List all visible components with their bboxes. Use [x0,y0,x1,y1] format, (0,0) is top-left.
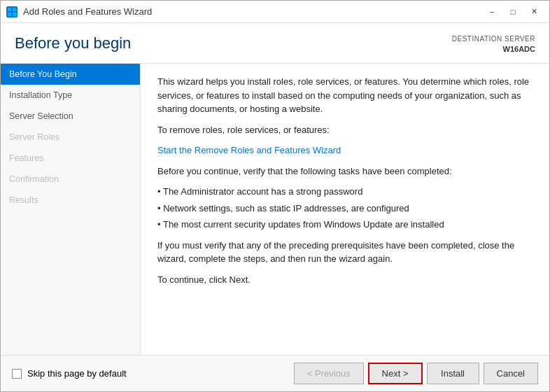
header-section: Before you begin DESTINATION SERVER W16A… [1,23,549,64]
sidebar-item-installation-type[interactable]: Installation Type [1,85,140,106]
page-title: Before you begin [15,34,131,52]
app-icon [6,6,17,18]
sidebar-item-results: Results [1,190,140,211]
sidebar-item-before-you-begin[interactable]: Before You Begin [1,64,140,85]
svg-rect-2 [8,13,11,16]
maximize-button[interactable]: □ [503,5,523,19]
next-button[interactable]: Next > [368,363,423,384]
svg-rect-1 [13,8,16,11]
prerequisite-item-2: Network settings, such as static IP addr… [157,202,533,216]
remove-roles-link[interactable]: Start the Remove Roles and Features Wiza… [157,145,341,155]
svg-rect-0 [8,8,11,11]
sidebar-item-server-roles: Server Roles [1,127,140,148]
intro-text: This wizard helps you install roles, rol… [157,75,533,116]
title-bar-text: Add Roles and Features Wizard [23,6,482,17]
skip-page-checkbox[interactable] [12,369,22,379]
verify-label: Before you continue, verify that the fol… [157,164,533,178]
footer-buttons: < Previous Next > Install Cancel [294,363,538,384]
sidebar-item-confirmation: Confirmation [1,169,140,190]
close-note: If you must verify that any of the prece… [157,239,533,266]
remove-label: To remove roles, role services, or featu… [157,123,533,137]
destination-name: W16ADC [452,44,535,55]
prerequisite-item-1: The Administrator account has a strong p… [157,185,533,199]
prerequisite-item-3: The most current security updates from W… [157,218,533,232]
install-button[interactable]: Install [427,363,479,384]
title-bar: Add Roles and Features Wizard − □ ✕ [1,1,549,23]
footer-left: Skip this page by default [12,368,127,379]
main-content-area: This wizard helps you install roles, rol… [141,64,549,355]
main-window: Add Roles and Features Wizard − □ ✕ Befo… [0,0,550,392]
skip-page-label: Skip this page by default [27,368,127,379]
sidebar-item-features: Features [1,148,140,169]
close-button[interactable]: ✕ [524,5,544,19]
footer: Skip this page by default < Previous Nex… [1,355,549,391]
previous-button[interactable]: < Previous [294,363,364,384]
content-area: Before You Begin Installation Type Serve… [1,64,549,355]
minimize-button[interactable]: − [482,5,502,19]
window-controls: − □ ✕ [482,5,544,19]
continue-note: To continue, click Next. [157,273,533,287]
prerequisites-list: The Administrator account has a strong p… [157,185,533,232]
destination-label: DESTINATION SERVER [452,34,535,44]
sidebar-item-server-selection[interactable]: Server Selection [1,106,140,127]
destination-server-info: DESTINATION SERVER W16ADC [452,34,535,55]
sidebar: Before You Begin Installation Type Serve… [1,64,141,355]
cancel-button[interactable]: Cancel [484,363,538,384]
svg-rect-3 [13,13,16,16]
